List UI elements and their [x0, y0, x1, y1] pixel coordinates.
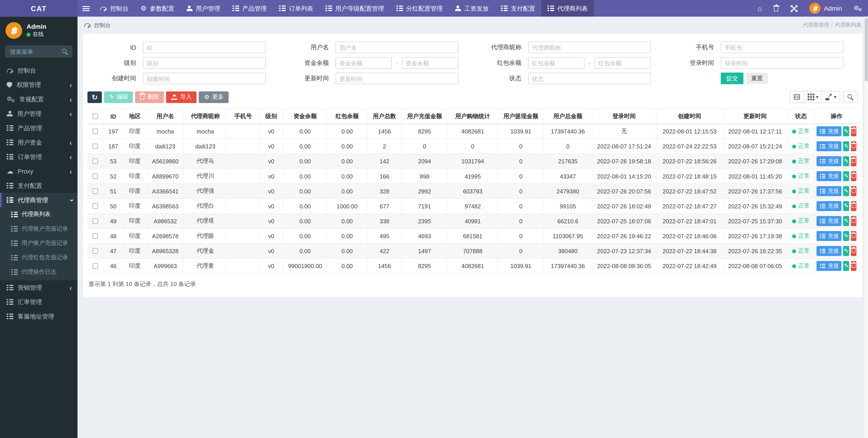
- filter-input[interactable]: [721, 57, 844, 68]
- filter-input[interactable]: [143, 57, 266, 68]
- submit-button[interactable]: 提交: [721, 72, 743, 84]
- more-button[interactable]: ⚙更多: [199, 91, 229, 103]
- fullscreen-button[interactable]: [784, 0, 804, 17]
- row-checkbox[interactable]: [93, 218, 98, 224]
- filter-input[interactable]: [336, 72, 458, 84]
- breadcrumb-home[interactable]: 控制台: [84, 21, 111, 29]
- recharge-button[interactable]: 充值: [817, 156, 842, 166]
- filter-input[interactable]: [528, 72, 651, 84]
- sidebar-item-link[interactable]: 营销管理‹: [0, 280, 78, 295]
- sidebar-item-link[interactable]: 订单管理‹: [0, 150, 78, 164]
- row-checkbox[interactable]: [93, 203, 98, 209]
- topnav-item[interactable]: 分红配置管理: [390, 0, 449, 17]
- topnav-item[interactable]: 代理商列表: [541, 0, 594, 17]
- recharge-button[interactable]: 充值: [817, 246, 842, 256]
- vertical-scrollbar[interactable]: [864, 17, 868, 438]
- sidebar-subitem-link[interactable]: 代理账户充值记录: [0, 222, 78, 236]
- filter-input[interactable]: [336, 41, 458, 53]
- recharge-button[interactable]: 充值: [817, 216, 842, 226]
- edit-row-button[interactable]: ✎: [843, 231, 849, 241]
- delete-row-button[interactable]: [850, 201, 856, 211]
- settings-button[interactable]: [847, 0, 868, 17]
- sidebar-item-link[interactable]: 权限管理‹: [0, 78, 78, 92]
- edit-row-button[interactable]: ✎: [843, 216, 849, 226]
- recharge-button[interactable]: 充值: [817, 261, 842, 271]
- export-button[interactable]: ▾: [822, 91, 840, 103]
- edit-row-button[interactable]: ✎: [843, 156, 849, 166]
- breadcrumb-parent[interactable]: 代理商管理: [803, 22, 829, 28]
- home-button[interactable]: ⌂: [752, 0, 768, 17]
- row-checkbox[interactable]: [93, 174, 98, 179]
- topnav-item[interactable]: 工资发放: [449, 0, 495, 17]
- sidebar-item-link[interactable]: 产品管理: [0, 121, 78, 135]
- sidebar-toggle-button[interactable]: [78, 0, 94, 17]
- recharge-button[interactable]: 充值: [817, 126, 842, 136]
- sidebar-item-link[interactable]: 常规配置‹: [0, 92, 78, 107]
- row-checkbox[interactable]: [93, 158, 98, 164]
- sidebar-item-link[interactable]: 用户管理‹: [0, 106, 78, 121]
- sidebar-item-link[interactable]: 汇率管理: [0, 295, 78, 309]
- columns-button[interactable]: ▾: [804, 91, 822, 103]
- delete-row-button[interactable]: [850, 231, 856, 241]
- sidebar-item-link[interactable]: 客服地址管理: [0, 309, 78, 324]
- topnav-item[interactable]: 用户管理: [180, 0, 226, 17]
- user-menu[interactable]: ฿ Admin: [804, 0, 848, 17]
- filter-input-max[interactable]: [594, 57, 651, 68]
- delete-row-button[interactable]: [850, 171, 856, 181]
- row-checkbox[interactable]: [93, 233, 98, 239]
- table-search-button[interactable]: [843, 91, 858, 103]
- delete-row-button[interactable]: [850, 141, 856, 151]
- sidebar-item-link[interactable]: ☁Proxy‹: [0, 164, 78, 178]
- row-checkbox[interactable]: [93, 263, 98, 268]
- select-all-checkbox[interactable]: [93, 114, 98, 119]
- delete-button[interactable]: 删除: [135, 91, 164, 103]
- edit-row-button[interactable]: ✎: [843, 261, 849, 271]
- reset-button[interactable]: 重置: [746, 72, 768, 84]
- delete-row-button[interactable]: [850, 261, 856, 271]
- recharge-button[interactable]: 充值: [817, 186, 842, 196]
- sidebar-subitem-link[interactable]: 代理红包充值记录: [0, 251, 78, 265]
- delete-row-button[interactable]: [850, 246, 856, 256]
- clear-cache-button[interactable]: [768, 0, 784, 17]
- toggle-pagination-button[interactable]: [789, 91, 804, 103]
- sidebar-item-link[interactable]: 用户资金‹: [0, 135, 78, 150]
- import-button[interactable]: 导入: [166, 91, 197, 103]
- topnav-item[interactable]: 产品管理: [226, 0, 273, 17]
- filter-input-min[interactable]: [528, 57, 585, 68]
- filter-input-max[interactable]: [402, 57, 458, 68]
- topnav-item[interactable]: 订单列表: [273, 0, 319, 17]
- recharge-button[interactable]: 充值: [817, 231, 842, 241]
- sidebar-item-link[interactable]: 控制台: [0, 63, 78, 78]
- delete-row-button[interactable]: [850, 186, 856, 196]
- row-checkbox[interactable]: [93, 128, 98, 134]
- filter-input-min[interactable]: [336, 57, 392, 68]
- edit-row-button[interactable]: ✎: [843, 126, 849, 136]
- filter-input[interactable]: [143, 72, 266, 84]
- topnav-item[interactable]: 控制台: [94, 0, 134, 17]
- edit-row-button[interactable]: ✎: [843, 186, 849, 196]
- row-checkbox[interactable]: [93, 248, 98, 254]
- row-checkbox[interactable]: [93, 188, 98, 194]
- edit-row-button[interactable]: ✎: [843, 246, 849, 256]
- filter-input[interactable]: [721, 41, 844, 53]
- recharge-button[interactable]: 充值: [817, 141, 842, 151]
- sidebar-item-link[interactable]: 支付配置: [0, 178, 78, 193]
- topnav-item[interactable]: 支付配置: [495, 0, 541, 17]
- sidebar-subitem-link[interactable]: 代理操作日志: [0, 265, 78, 280]
- scrollbar-thumb[interactable]: [865, 18, 868, 82]
- sidebar-subitem-link[interactable]: 代理商列表: [0, 207, 78, 222]
- edit-row-button[interactable]: ✎: [843, 171, 849, 181]
- edit-row-button[interactable]: ✎: [843, 201, 849, 211]
- delete-row-button[interactable]: [850, 156, 856, 166]
- edit-row-button[interactable]: ✎: [843, 141, 849, 151]
- sidebar-item-link[interactable]: 代理商管理‹: [0, 193, 78, 207]
- topnav-item[interactable]: ⚙参数配置: [134, 0, 180, 17]
- recharge-button[interactable]: 充值: [817, 171, 842, 181]
- filter-input[interactable]: [143, 41, 266, 53]
- row-checkbox[interactable]: [93, 143, 98, 149]
- delete-row-button[interactable]: [850, 216, 856, 226]
- delete-row-button[interactable]: [850, 126, 856, 136]
- topnav-item[interactable]: 用户等级配置管理: [319, 0, 390, 17]
- refresh-button[interactable]: ↻: [88, 91, 102, 103]
- edit-button[interactable]: ✎编辑: [104, 91, 133, 103]
